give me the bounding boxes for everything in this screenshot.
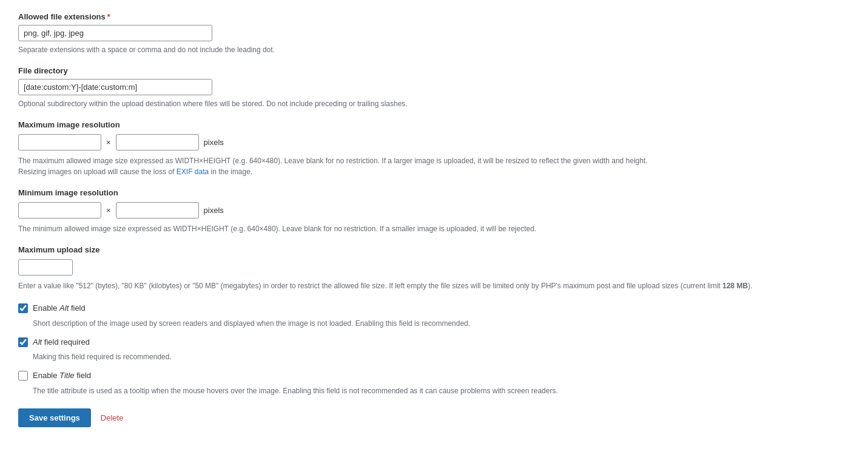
enable-alt-label[interactable]: Enable Alt field	[33, 302, 86, 314]
enable-alt-prefix: Enable	[33, 303, 59, 313]
enable-title-label[interactable]: Enable Title field	[33, 370, 91, 382]
enable-alt-description: Short description of the image used by s…	[33, 318, 850, 329]
save-settings-button[interactable]: Save settings	[18, 408, 91, 427]
max-resolution-exif-suffix: in the image.	[209, 167, 252, 176]
min-resolution-height-input[interactable]	[116, 202, 199, 218]
min-resolution-help: The minimum allowed image size expressed…	[18, 223, 850, 234]
enable-alt-field-section: Enable Alt field Short description of th…	[18, 302, 850, 329]
max-upload-size-input[interactable]	[18, 259, 73, 276]
allowed-extensions-input[interactable]	[18, 25, 212, 41]
times-symbol-max: ×	[106, 138, 111, 147]
enable-title-field-row: Enable Title field	[18, 370, 850, 382]
button-row: Save settings Delete	[18, 408, 850, 427]
required-indicator: *	[107, 12, 110, 21]
min-resolution-width-input[interactable]	[18, 202, 101, 218]
max-resolution-help: The maximum allowed image size expressed…	[18, 155, 850, 177]
enable-alt-suffix: field	[69, 303, 85, 313]
delete-link[interactable]: Delete	[101, 413, 124, 422]
max-upload-size-label: Maximum upload size	[18, 245, 850, 254]
min-resolution-row: × pixels	[18, 202, 850, 218]
enable-alt-italic: Alt	[59, 303, 69, 313]
enable-title-field-section: Enable Title field The title attribute i…	[18, 370, 850, 396]
allowed-extensions-label: Allowed file extensions*	[18, 12, 850, 21]
enable-alt-checkbox[interactable]	[18, 303, 28, 313]
allowed-extensions-help: Separate extensions with a space or comm…	[18, 44, 850, 55]
max-upload-size-section: Maximum upload size Enter a value like "…	[18, 245, 850, 291]
enable-title-suffix: field	[75, 371, 91, 380]
alt-required-checkbox[interactable]	[18, 337, 28, 347]
file-directory-label: File directory	[18, 66, 850, 75]
max-resolution-help-main: The maximum allowed image size expressed…	[18, 157, 648, 165]
max-resolution-label: Maximum image resolution	[18, 120, 850, 129]
alt-required-italic: Alt	[33, 337, 42, 347]
file-directory-input[interactable]	[18, 79, 212, 95]
file-directory-section: File directory Optional subdirectory wit…	[18, 66, 850, 109]
max-resolution-row: × pixels	[18, 134, 850, 151]
enable-title-description: The title attribute is used as a tooltip…	[33, 385, 850, 396]
max-upload-size-help: Enter a value like "512" (bytes), "80 KB…	[18, 280, 850, 291]
upload-help-suffix: ).	[748, 282, 752, 290]
exif-data-link[interactable]: EXIF data	[177, 167, 209, 176]
max-resolution-exif-prefix: Resizing images on upload will cause the…	[18, 167, 177, 176]
upload-help-prefix: Enter a value like "512" (bytes), "80 KB…	[18, 282, 722, 290]
alt-required-suffix: field required	[42, 337, 90, 347]
enable-title-checkbox[interactable]	[18, 371, 28, 381]
max-resolution-width-input[interactable]	[18, 134, 101, 151]
upload-limit-value: 128 MB	[722, 282, 748, 290]
enable-title-italic: Title	[59, 371, 74, 380]
pixels-label-max: pixels	[204, 138, 224, 147]
enable-alt-field-row: Enable Alt field	[18, 302, 850, 314]
file-directory-help: Optional subdirectory within the upload …	[18, 98, 850, 109]
max-resolution-height-input[interactable]	[116, 134, 199, 151]
pixels-label-min: pixels	[204, 206, 224, 215]
allowed-extensions-label-text: Allowed file extensions	[18, 12, 106, 21]
min-resolution-label: Minimum image resolution	[18, 188, 850, 197]
min-resolution-section: Minimum image resolution × pixels The mi…	[18, 188, 850, 234]
max-resolution-section: Maximum image resolution × pixels The ma…	[18, 120, 850, 177]
enable-title-prefix: Enable	[33, 371, 59, 380]
allowed-extensions-section: Allowed file extensions* Separate extens…	[18, 12, 850, 55]
times-symbol-min: ×	[106, 206, 111, 215]
alt-field-required-section: Alt field required Making this field req…	[18, 336, 850, 363]
alt-field-required-row: Alt field required	[18, 336, 850, 348]
alt-required-description: Making this field required is recommende…	[33, 351, 850, 362]
alt-required-label[interactable]: Alt field required	[33, 336, 90, 348]
